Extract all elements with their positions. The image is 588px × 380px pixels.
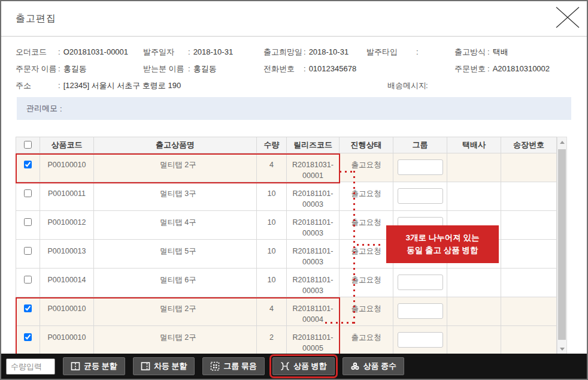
status: 출고요청 xyxy=(340,153,393,182)
col-invoice: 송장번호 xyxy=(501,137,557,153)
phone-field: 전화번호:01012345678 xyxy=(263,64,356,74)
col-courier: 택배사 xyxy=(447,137,501,153)
scroll-down-icon[interactable] xyxy=(557,344,566,354)
product-kinds-icon xyxy=(350,361,360,371)
split-uneven-icon xyxy=(141,361,150,371)
row-checkbox[interactable] xyxy=(24,218,32,226)
product-name: 멀티탭 5구 xyxy=(94,240,257,269)
quantity: 4 xyxy=(257,153,287,182)
col-status: 진행상태 xyxy=(340,137,393,153)
product-code: P00100014 xyxy=(40,269,94,297)
select-all-checkbox[interactable] xyxy=(24,141,32,149)
courier xyxy=(447,269,501,297)
row-checkbox[interactable] xyxy=(24,276,32,284)
row-checkbox[interactable] xyxy=(24,304,32,312)
memo-label: 관리메모 xyxy=(26,103,57,114)
group-input[interactable] xyxy=(398,246,443,261)
info-row-1: 오더코드:O20181031-00001 발주일자:2018-10-31 출고희… xyxy=(1,47,587,59)
group-input[interactable] xyxy=(398,332,443,348)
release-code: R20181101-00004 xyxy=(287,297,340,326)
close-button[interactable] xyxy=(552,5,582,31)
scroll-up-icon[interactable] xyxy=(557,137,566,147)
shipment-table: 상품코드 출고상품명 수량 릴리즈코드 진행상태 그룹 택배사 송장번호 P00… xyxy=(16,137,557,355)
courier xyxy=(447,240,501,269)
table-row: P00100014 멀티탭 6구 10 R20181101-00003 출고요청 xyxy=(16,269,557,297)
product-code: P00100010 xyxy=(40,326,94,355)
admin-memo-bar: 관리메모: xyxy=(17,97,571,120)
status: 출고요청 xyxy=(340,269,393,297)
shipment-table-zone: 상품코드 출고상품명 수량 릴리즈코드 진행상태 그룹 택배사 송장번호 P00… xyxy=(16,137,567,355)
courier xyxy=(447,153,501,182)
group-input[interactable] xyxy=(398,188,443,204)
table-row: P00100010 멀티탭 2구 4 R20181031-00001 출고요청 xyxy=(16,153,557,182)
group-input[interactable] xyxy=(398,275,443,290)
courier xyxy=(447,326,501,355)
release-code: R20181101-00005 xyxy=(287,326,340,355)
scrollbar-thumb[interactable] xyxy=(558,149,566,340)
quantity: 10 xyxy=(257,240,287,269)
product-kinds-button[interactable]: 상품 종수 xyxy=(343,357,405,375)
col-product-code: 상품코드 xyxy=(40,137,94,153)
action-toolbar: 균등 분할 차등 분할 그룹 묶음 상품 병합 xyxy=(1,354,587,379)
invoice-number xyxy=(501,297,557,326)
split-equal-button[interactable]: 균등 분할 xyxy=(63,357,125,375)
order-type-field: 발주타입: xyxy=(366,47,422,58)
buyer-name-field: 주문자 이름:홍길동 xyxy=(16,64,87,74)
group-bundle-icon xyxy=(210,361,220,371)
product-name: 멀티탭 6구 xyxy=(94,269,257,297)
product-name: 멀티탭 4구 xyxy=(94,211,257,240)
quantity: 10 xyxy=(257,182,287,211)
split-uneven-button[interactable]: 차등 분할 xyxy=(133,357,195,375)
group-bundle-button[interactable]: 그룹 묶음 xyxy=(202,357,265,375)
product-code: P00100013 xyxy=(40,240,94,269)
release-code: R20181101-00003 xyxy=(287,269,340,297)
quantity-input[interactable] xyxy=(6,358,55,375)
courier xyxy=(447,182,501,211)
table-row: P00100011 멀티탭 3구 10 R20181101-00003 출고요청 xyxy=(16,182,557,211)
status: 출고요청 xyxy=(340,211,393,240)
ship-date-field: 출고희망일:2018-10-31 xyxy=(263,47,348,58)
order-code-field: 오더코드:O20181031-00001 xyxy=(16,47,128,58)
invoice-number xyxy=(501,153,557,182)
col-product-name: 출고상품명 xyxy=(94,137,257,153)
row-checkbox[interactable] xyxy=(24,161,32,168)
row-checkbox[interactable] xyxy=(24,247,32,255)
status: 출고요청 xyxy=(340,326,393,355)
courier xyxy=(447,297,501,326)
product-code: P00100010 xyxy=(40,153,94,182)
product-name: 멀티탭 2구 xyxy=(94,153,257,182)
status: 출고요청 xyxy=(340,297,393,326)
col-quantity: 수량 xyxy=(257,137,287,153)
product-code: P00100011 xyxy=(40,182,94,211)
merge-products-icon xyxy=(280,361,290,371)
group-input[interactable] xyxy=(398,159,443,175)
shipping-edit-dialog: 출고편집 오더코드:O20181031-00001 발주일자:2018-10-3… xyxy=(0,0,588,380)
col-group: 그룹 xyxy=(393,137,447,153)
release-code: R20181101-00003 xyxy=(287,182,340,211)
split-equal-icon xyxy=(71,361,80,371)
table-row: P00100010 멀티탭 2구 2 R20181101-00005 출고요청 xyxy=(16,326,557,355)
invoice-number xyxy=(501,240,557,269)
quantity: 4 xyxy=(257,297,287,326)
status: 출고요청 xyxy=(340,182,393,211)
quantity: 10 xyxy=(257,211,287,240)
row-checkbox[interactable] xyxy=(24,189,32,197)
group-input[interactable] xyxy=(398,217,443,233)
product-code: P00100010 xyxy=(40,297,94,326)
address-field: 주소:[12345] 서울시 서초구 호령로 190 xyxy=(16,80,181,91)
close-icon xyxy=(552,5,582,29)
info-row-3: 주소:[12345] 서울시 서초구 호령로 190 배송메시지: xyxy=(1,80,587,92)
product-name: 멀티탭 2구 xyxy=(94,297,257,326)
select-all-cell xyxy=(16,137,40,153)
invoice-number xyxy=(501,326,557,355)
product-name: 멀티탭 2구 xyxy=(94,326,257,355)
ship-method-field: 출고방식:택배 xyxy=(454,47,508,58)
table-scrollbar[interactable] xyxy=(557,137,567,354)
receiver-name-field: 받는분 이름:홍길동 xyxy=(143,64,217,74)
row-checkbox[interactable] xyxy=(24,333,32,341)
table-row: P00100012 멀티탭 4구 10 R20181101-00003 출고요청 xyxy=(16,211,557,240)
order-number-field: 주문번호:A201810310002 xyxy=(454,64,550,74)
info-row-2: 주문자 이름:홍길동 받는분 이름:홍길동 전화번호:01012345678 주… xyxy=(1,64,587,76)
group-input[interactable] xyxy=(398,303,443,319)
merge-products-button[interactable]: 상품 병합 xyxy=(272,357,335,375)
